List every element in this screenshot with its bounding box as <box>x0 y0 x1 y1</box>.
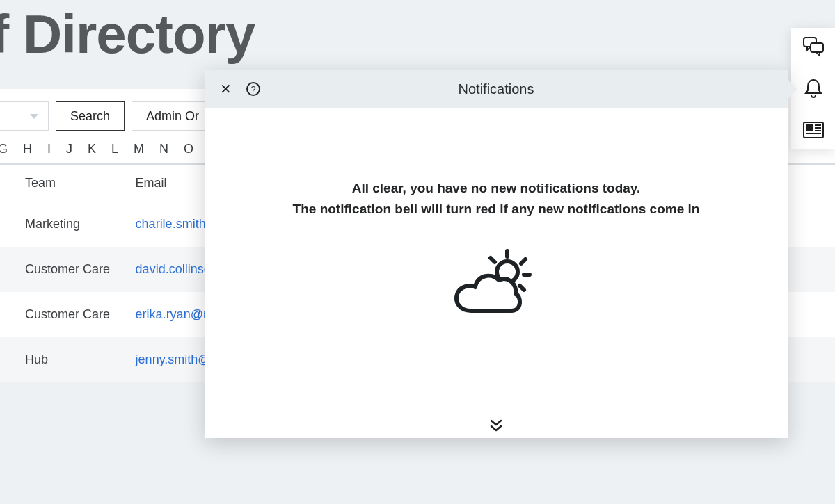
alpha-letter[interactable]: O <box>184 142 193 156</box>
svg-line-13 <box>520 286 524 290</box>
notifications-header: ✕ ? Notifications <box>205 70 788 108</box>
th-team[interactable]: Team <box>0 165 129 202</box>
alpha-letter[interactable]: L <box>111 142 118 156</box>
filter-dropdown[interactable] <box>0 101 49 131</box>
cell-team: Marketing <box>0 202 129 247</box>
right-rail <box>791 28 835 149</box>
news-icon[interactable] <box>802 118 825 142</box>
expand-down-icon[interactable] <box>488 418 504 432</box>
email-link[interactable]: david.collinso <box>136 262 211 276</box>
email-link[interactable]: erika.ryan@m <box>136 307 214 321</box>
notifications-panel: ✕ ? Notifications All clear, you have no… <box>205 70 788 438</box>
search-button[interactable]: Search <box>56 101 125 131</box>
notifications-body: All clear, you have no new notifications… <box>205 108 788 438</box>
cell-team: Customer Care <box>0 292 129 337</box>
notifications-title: Notifications <box>459 81 534 97</box>
alpha-letter[interactable]: N <box>159 142 168 156</box>
svg-line-11 <box>521 259 525 263</box>
alpha-letter[interactable]: H <box>23 142 32 156</box>
chat-icon[interactable] <box>802 35 825 58</box>
notifications-message: All clear, you have no new notifications… <box>293 178 700 220</box>
notif-line1: All clear, you have no new notifications… <box>293 178 700 199</box>
page-title: aff Directory <box>0 7 835 61</box>
alpha-letter[interactable]: I <box>47 142 51 156</box>
svg-line-14 <box>491 258 495 262</box>
svg-rect-4 <box>806 124 813 131</box>
notif-line2: The notification bell will turn red if a… <box>293 199 700 220</box>
panel-pointer <box>788 79 797 99</box>
svg-rect-1 <box>811 43 823 52</box>
alpha-letter[interactable]: M <box>134 142 144 156</box>
close-icon[interactable]: ✕ <box>220 81 232 97</box>
alpha-letter[interactable]: G <box>0 142 8 156</box>
admin-button[interactable]: Admin Or <box>132 101 214 131</box>
alpha-letter[interactable]: K <box>88 142 96 156</box>
alpha-letter[interactable]: J <box>66 142 72 156</box>
bell-icon[interactable] <box>802 76 825 100</box>
cell-team: Customer Care <box>0 247 129 292</box>
help-icon[interactable]: ? <box>246 82 260 96</box>
sun-cloud-icon <box>447 245 545 325</box>
chevron-down-icon <box>30 114 38 119</box>
cell-team: Hub <box>0 337 129 382</box>
